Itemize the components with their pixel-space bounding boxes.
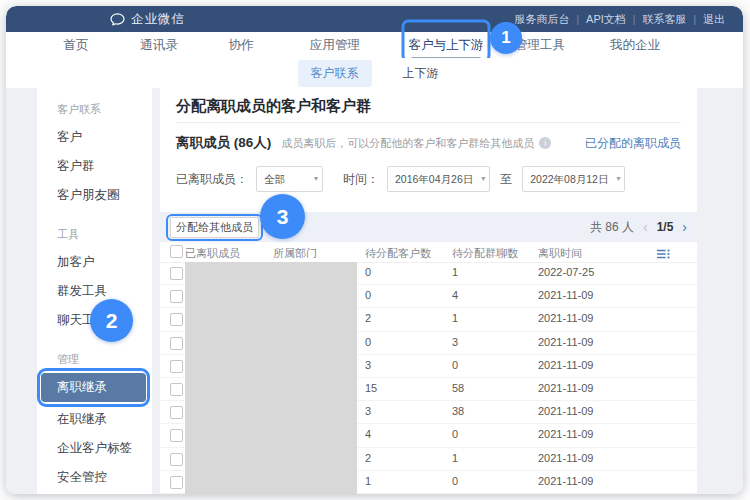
pending-groups-cell: 38 [452, 405, 464, 417]
assign-to-others-button[interactable]: 分配给其他成员 [170, 217, 259, 238]
pending-customers-cell: 0 [365, 266, 371, 278]
pending-customers-cell: 0 [365, 289, 371, 301]
sidebar-item[interactable]: 离职继承 [41, 373, 146, 402]
row-checkbox[interactable] [170, 383, 183, 396]
member-filter-select[interactable]: 全部 ▾ [256, 166, 323, 192]
pending-customers-cell: 4 [365, 428, 371, 440]
date-to-select[interactable]: 2022年08月12日 ▾ [522, 166, 625, 192]
divider [176, 122, 681, 123]
section-note: 成员离职后，可以分配他的客户和客户群给其他成员 [281, 136, 534, 151]
pending-customers-cell: 2 [365, 452, 371, 464]
nav-item[interactable]: 管理工具 [515, 37, 565, 54]
select-all-checkbox[interactable] [170, 245, 183, 258]
topbar-link[interactable]: 退出 [703, 12, 725, 27]
sub-tabstrip: 客户联系上下游 [6, 58, 743, 88]
pending-groups-cell: 4 [452, 289, 458, 301]
leave-date-cell: 2021-11-09 [538, 405, 593, 417]
sidebar-item[interactable]: 数据统计 [37, 492, 152, 494]
table-header: 已离职成员所属部门待分配客户数待分配群聊数离职时间 [160, 242, 697, 263]
filter-row: 已离职成员： 全部 ▾ 时间： 2016年04月26日 ▾ 至 2022年08月… [176, 166, 625, 192]
row-checkbox[interactable] [170, 453, 183, 466]
nav-item[interactable]: 客户与上下游 [409, 37, 484, 54]
nav-item[interactable]: 应用管理 [310, 37, 360, 54]
annotation-badge-3: 3 [260, 194, 305, 239]
pending-groups-cell: 0 [452, 475, 458, 487]
column-header: 离职时间 [538, 246, 582, 261]
topbar-links: 服务商后台|API文档|联系客服|退出 [514, 12, 725, 27]
pending-groups-cell: 0 [452, 359, 458, 371]
sidebar-item[interactable]: 安全管控 [37, 463, 152, 492]
total-count: 共 86 人 [590, 219, 634, 236]
tab[interactable]: 客户联系 [298, 60, 372, 87]
row-checkbox[interactable] [170, 360, 183, 373]
sidebar-item[interactable]: 群发工具 [37, 277, 152, 306]
pending-groups-cell: 3 [452, 336, 458, 348]
date-from-select[interactable]: 2016年04月26日 ▾ [387, 166, 490, 192]
nav-item[interactable]: 我的企业 [610, 37, 660, 54]
content-area: 客户联系客户客户群客户朋友圈工具加客户群发工具聊天工具管理离职继承在职继承企业客… [6, 88, 743, 494]
sidebar: 客户联系客户客户群客户朋友圈工具加客户群发工具聊天工具管理离职继承在职继承企业客… [37, 88, 152, 494]
leave-date-cell: 2021-11-09 [538, 336, 593, 348]
info-icon[interactable]: i [539, 137, 551, 149]
row-checkbox[interactable] [170, 429, 183, 442]
sidebar-section-title: 客户联系 [37, 102, 152, 117]
row-checkbox[interactable] [170, 290, 183, 303]
sidebar-item[interactable]: 加客户 [37, 248, 152, 277]
pending-groups-cell: 1 [452, 452, 458, 464]
column-header: 待分配群聊数 [452, 246, 518, 261]
sidebar-item[interactable]: 客户群 [37, 152, 152, 181]
pending-customers-cell: 0 [365, 336, 371, 348]
page-indicator: 1/5 [657, 220, 674, 234]
section-row: 离职成员 (86人) 成员离职后，可以分配他的客户和客户群给其他成员 i 已分配… [176, 134, 681, 152]
pending-customers-cell: 3 [365, 359, 371, 371]
pending-groups-cell: 58 [452, 382, 464, 394]
pagination: 共 86 人 ‹ 1/5 › [590, 219, 687, 236]
wecom-bubble-icon [110, 13, 125, 26]
tab[interactable]: 上下游 [390, 60, 452, 87]
row-checkbox[interactable] [170, 476, 183, 489]
prev-page-icon[interactable]: ‹ [643, 219, 648, 235]
leave-date-cell: 2021-11-09 [538, 452, 593, 464]
row-checkbox[interactable] [170, 267, 183, 280]
next-page-icon[interactable]: › [682, 219, 687, 235]
sidebar-item[interactable]: 客户朋友圈 [37, 181, 152, 210]
assigned-members-link[interactable]: 已分配的离职成员 [585, 135, 681, 152]
screenshot-stage: 企业微信 服务商后台|API文档|联系客服|退出 首页通讯录协作应用管理客户与上… [0, 0, 750, 500]
main-panel: 分配离职成员的客户和客户群 离职成员 (86人) 成员离职后，可以分配他的客户和… [160, 88, 697, 494]
page-title: 分配离职成员的客户和客户群 [176, 97, 371, 116]
nav-item[interactable]: 通讯录 [140, 37, 178, 54]
annotation-badge-1: 1 [490, 22, 522, 54]
leave-date-cell: 2021-11-09 [538, 289, 593, 301]
nav-item[interactable]: 协作 [229, 37, 254, 54]
table-toolbar: 分配给其他成员 共 86 人 ‹ 1/5 › [160, 212, 697, 242]
chevron-down-icon: ▾ [481, 167, 485, 191]
topbar: 企业微信 服务商后台|API文档|联系客服|退出 [6, 6, 743, 32]
annotation-badge-2: 2 [90, 299, 133, 342]
separator: | [633, 14, 636, 25]
topbar-link[interactable]: 服务商后台 [514, 12, 569, 27]
topbar-link[interactable]: 联系客服 [642, 12, 686, 27]
app-window: 企业微信 服务商后台|API文档|联系客服|退出 首页通讯录协作应用管理客户与上… [6, 6, 743, 494]
sidebar-item[interactable]: 企业客户标签 [37, 434, 152, 463]
leave-date-cell: 2021-11-09 [538, 382, 593, 394]
separator: | [576, 14, 579, 25]
sidebar-item[interactable]: 客户 [37, 123, 152, 152]
sidebar-section-title: 工具 [37, 227, 152, 242]
section-title: 离职成员 (86人) [176, 134, 271, 152]
leave-date-cell: 2022-07-25 [538, 266, 594, 278]
sidebar-item[interactable]: 在职继承 [37, 405, 152, 434]
topbar-link[interactable]: API文档 [586, 12, 626, 27]
separator: | [693, 14, 696, 25]
row-checkbox[interactable] [170, 313, 183, 326]
pending-customers-cell: 2 [365, 312, 371, 324]
chevron-down-icon: ▾ [616, 167, 620, 191]
leave-date-cell: 2021-11-09 [538, 475, 593, 487]
sidebar-section-title: 管理 [37, 352, 152, 367]
row-checkbox[interactable] [170, 337, 183, 350]
nav-item[interactable]: 首页 [64, 37, 89, 54]
to-label: 至 [500, 171, 512, 188]
row-checkbox[interactable] [170, 406, 183, 419]
main-nav: 首页通讯录协作应用管理客户与上下游管理工具我的企业 [6, 32, 743, 59]
pending-customers-cell: 15 [365, 382, 377, 394]
column-header: 待分配客户数 [365, 246, 431, 261]
